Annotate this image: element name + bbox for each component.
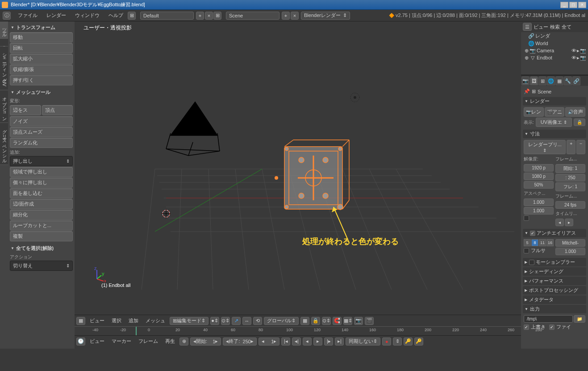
- jump-start-icon[interactable]: |◂: [281, 337, 290, 346]
- section-header[interactable]: モーションブラー: [523, 258, 586, 266]
- shading-dropdown[interactable]: ●⇕: [210, 317, 219, 325]
- resolution-percent-field[interactable]: 50%: [524, 181, 554, 189]
- sync-dropdown[interactable]: 同期しない ⇕: [346, 337, 380, 346]
- close-button[interactable]: ×: [578, 2, 586, 8]
- keyframe-next-icon[interactable]: |▸: [324, 337, 333, 346]
- manipulator-rotate-icon[interactable]: ⟲: [253, 317, 262, 325]
- section-header[interactable]: パフォーマンス: [523, 277, 586, 285]
- audio-button[interactable]: 🔊音声: [565, 107, 585, 117]
- jump-end-icon[interactable]: ▸|: [335, 337, 344, 346]
- scene-remove-button[interactable]: ×: [291, 12, 299, 20]
- section-header[interactable]: シェーディング: [523, 267, 586, 276]
- push-pull-button[interactable]: 押す/引く: [10, 75, 73, 85]
- frame-step-field[interactable]: フレ: 1: [555, 182, 585, 191]
- loop-cut-button[interactable]: ループカットと...: [10, 220, 73, 231]
- mode-dropdown[interactable]: ⊞ 編集モード ⇕: [170, 317, 209, 325]
- frame-end-field[interactable]: : 250: [555, 174, 585, 181]
- clapperboard-icon[interactable]: 🎬: [365, 317, 374, 325]
- frame-start-field[interactable]: ◂ 開始: 1 ▸: [190, 337, 221, 346]
- lock-interface-icon[interactable]: 🔒: [574, 118, 585, 126]
- play-icon[interactable]: ▸: [313, 337, 322, 346]
- add-menu[interactable]: 追加: [126, 317, 141, 324]
- extrude-individual-button[interactable]: 個々に押し出し: [10, 177, 73, 188]
- aa-checkbox[interactable]: [530, 231, 535, 236]
- display-dropdown[interactable]: UV画像エ ⇕: [536, 118, 572, 127]
- output-browse-icon[interactable]: 📁: [574, 315, 585, 323]
- make-edge-face-button[interactable]: 辺/面作成: [10, 199, 73, 209]
- 3d-viewport[interactable]: ユーザー・透視投影: [75, 21, 521, 315]
- output-header[interactable]: 出力: [523, 305, 586, 313]
- extrude-region-button[interactable]: 領域で押し出し: [10, 167, 73, 177]
- aspect-x-field[interactable]: 1.000: [524, 198, 554, 206]
- timeremap-new-button[interactable]: ▸: [565, 219, 573, 226]
- key-insert-icon[interactable]: 🔑: [404, 337, 413, 346]
- fullsample-checkbox[interactable]: [524, 248, 529, 253]
- menu-render[interactable]: レンダー: [42, 12, 71, 19]
- preset-add-button[interactable]: +: [567, 140, 575, 154]
- aa-filter-dropdown[interactable]: Mitchell-: [555, 239, 585, 247]
- animation-button[interactable]: 🎬アニ: [545, 107, 565, 117]
- render-preset-dropdown[interactable]: レンダープリ... ⇕: [524, 140, 566, 154]
- shrink-fatten-button[interactable]: 収縮/膨張: [10, 64, 73, 75]
- tl-playback-menu[interactable]: 再生: [163, 338, 178, 345]
- orientation-dropdown[interactable]: グローバル ⇕: [264, 317, 299, 325]
- outliner-item[interactable]: 🌐World: [521, 40, 588, 47]
- proportional-dropdown[interactable]: ⊙⇕: [322, 317, 331, 325]
- layout-field[interactable]: Default: [140, 12, 194, 20]
- breadcrumb-scene[interactable]: Scene: [538, 89, 551, 94]
- minimize-button[interactable]: _: [560, 2, 568, 8]
- tl-frame-menu[interactable]: フレーム: [136, 338, 161, 345]
- editor-type-icon[interactable]: ⓘ: [3, 12, 11, 20]
- randomize-button[interactable]: ランダム化: [10, 138, 73, 148]
- inset-faces-button[interactable]: 面を差し込む: [10, 188, 73, 198]
- editor-type-timeline-icon[interactable]: 🕐: [76, 337, 85, 346]
- tab-tools[interactable]: ツール: [0, 21, 8, 39]
- tab-render-icon[interactable]: 📷: [521, 76, 530, 85]
- subdivide-button[interactable]: 細分化: [10, 210, 73, 220]
- menu-window[interactable]: ウィンドウ: [71, 12, 104, 19]
- action-select[interactable]: 切り替え: [10, 261, 73, 271]
- border-checkbox[interactable]: [524, 215, 529, 221]
- render-engine-dropdown[interactable]: Blenderレンダー⇕: [301, 12, 350, 20]
- tl-range-icon[interactable]: ⊕: [179, 337, 188, 346]
- preset-remove-button[interactable]: −: [576, 140, 585, 154]
- tl-marker-menu[interactable]: マーカー: [109, 338, 134, 345]
- framerate-dropdown[interactable]: 24 fps: [555, 201, 585, 209]
- frame-end-field[interactable]: ◂ 終了: 250 ▸: [223, 337, 257, 346]
- vertex-button[interactable]: 頂点: [42, 105, 73, 115]
- play-reverse-icon[interactable]: ◂: [303, 337, 312, 346]
- duplicate-button[interactable]: 複製: [10, 231, 73, 241]
- antialiasing-header[interactable]: アンチエイリアス: [523, 229, 586, 237]
- timeremap-old-button[interactable]: ◂: [555, 219, 564, 226]
- aa-size-field[interactable]: 1.000: [555, 248, 585, 255]
- pin-icon[interactable]: 📌: [524, 89, 530, 94]
- keyframe-prev-icon[interactable]: ◂|: [292, 337, 301, 346]
- key-delete-icon[interactable]: 🔑: [414, 337, 423, 346]
- mesh-tools-header[interactable]: メッシュツール: [10, 88, 73, 97]
- maximize-button[interactable]: □: [569, 2, 577, 8]
- outliner-view-menu[interactable]: ビュー: [534, 24, 548, 30]
- tab-scene-icon[interactable]: ⊞: [538, 76, 546, 85]
- render-preview-icon[interactable]: 📷: [354, 317, 363, 325]
- transform-header[interactable]: トランスフォーム: [10, 23, 73, 32]
- rotate-button[interactable]: 回転: [10, 43, 73, 53]
- lock-icon[interactable]: 🔒: [311, 317, 320, 325]
- layers-icon[interactable]: ▦: [300, 317, 309, 325]
- render-button[interactable]: 📷レン: [524, 107, 544, 117]
- tab-shading-uv[interactable]: シェーディングUV: [0, 46, 8, 90]
- outliner-search-menu[interactable]: 検索: [550, 24, 560, 30]
- view-menu[interactable]: ビュー: [87, 317, 107, 324]
- section-header[interactable]: メタデータ: [523, 295, 586, 304]
- snap-icon[interactable]: 🧲: [333, 317, 342, 325]
- noise-button[interactable]: ノイズ: [10, 116, 73, 126]
- frame-start-field[interactable]: 開始: 1: [555, 164, 585, 173]
- mesh-menu[interactable]: メッシュ: [143, 317, 168, 324]
- operator-header[interactable]: 全てを選択(解除): [10, 244, 73, 253]
- tab-create[interactable]: 作成: [0, 39, 8, 46]
- manipulator-icon[interactable]: ↗: [232, 317, 241, 325]
- manipulator-translate-icon[interactable]: ↔: [242, 317, 251, 325]
- tab-modifier-icon[interactable]: 🔧: [564, 76, 572, 85]
- keying-set-dropdown[interactable]: ⇕: [393, 337, 402, 346]
- tab-object-icon[interactable]: ▦: [555, 76, 563, 85]
- aa-11-button[interactable]: 11: [539, 239, 546, 246]
